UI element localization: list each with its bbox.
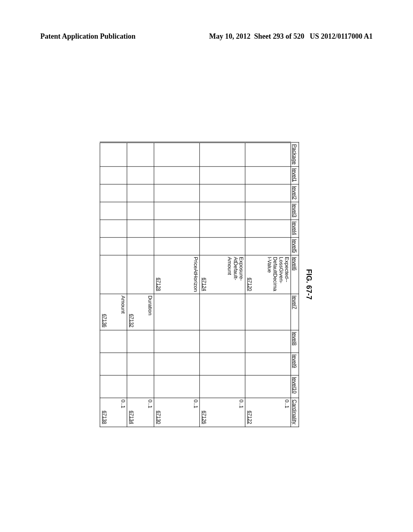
level6-ref: 67128 bbox=[156, 277, 162, 291]
level6-text: Exposure-AtDefault-Amount bbox=[227, 257, 244, 292]
col-level7: level7 bbox=[291, 293, 299, 330]
cell-level7: Duration67132 bbox=[127, 293, 154, 330]
cardinality-text: 0..1 bbox=[120, 399, 126, 425]
cell-level8 bbox=[154, 330, 200, 352]
cell-level4 bbox=[245, 219, 291, 237]
cell-level7 bbox=[245, 293, 291, 330]
cell-cardinality: 0..167122 bbox=[245, 397, 291, 426]
col-level1: level1 bbox=[291, 166, 299, 184]
cell-level6: Expected--LossGiven-DefaultDecimal-Value… bbox=[245, 255, 291, 293]
cell-level5 bbox=[154, 237, 200, 255]
cell-level10 bbox=[154, 375, 200, 397]
cardinality-ref: 67126 bbox=[202, 410, 207, 424]
figure-label: FIG. 67-7 bbox=[305, 141, 313, 427]
cell-level10 bbox=[100, 375, 127, 397]
cell-level1 bbox=[127, 166, 154, 184]
col-level9: level9 bbox=[291, 352, 299, 375]
data-table: Package level1 level2 level3 level4 leve… bbox=[100, 141, 299, 427]
cell-level9 bbox=[100, 352, 127, 375]
cell-level5 bbox=[100, 237, 127, 255]
cell-level8 bbox=[245, 330, 291, 352]
page-header: Patent Application Publication May 10, 2… bbox=[0, 0, 413, 41]
cell-level8 bbox=[200, 330, 245, 352]
cell-level7: Amount67136 bbox=[100, 293, 127, 330]
cell-cardinality: 0..167138 bbox=[100, 397, 127, 426]
level7-text: Amount bbox=[120, 295, 126, 328]
level6-text: Expected--LossGiven-DefaultDecimal-Value bbox=[267, 257, 290, 292]
col-level8: level8 bbox=[291, 330, 299, 352]
cell-package bbox=[245, 142, 291, 166]
col-level2: level2 bbox=[291, 184, 299, 202]
cell-level4 bbox=[127, 219, 154, 237]
cell-level2 bbox=[200, 184, 245, 202]
col-level6: level6 bbox=[291, 255, 299, 293]
cell-level4 bbox=[200, 219, 245, 237]
col-package: Package bbox=[291, 142, 299, 166]
cell-level4 bbox=[100, 219, 127, 237]
cardinality-ref: 67134 bbox=[129, 410, 135, 424]
cell-level9 bbox=[127, 352, 154, 375]
cell-level3 bbox=[245, 202, 291, 219]
level7-ref: 67132 bbox=[129, 314, 135, 327]
level7-text: Duration bbox=[147, 295, 153, 328]
cell-level2 bbox=[154, 184, 200, 202]
cardinality-ref: 67138 bbox=[102, 410, 108, 424]
cell-level3 bbox=[200, 202, 245, 219]
cell-level9 bbox=[154, 352, 200, 375]
cardinality-ref: 67130 bbox=[156, 410, 162, 424]
cell-package bbox=[100, 142, 127, 166]
cell-cardinality: 0..167126 bbox=[200, 397, 245, 426]
cardinality-ref: 67122 bbox=[247, 410, 253, 424]
cell-level1 bbox=[154, 166, 200, 184]
col-level4: level4 bbox=[291, 219, 299, 237]
cell-level3 bbox=[154, 202, 200, 219]
table-row: Duration671320..167134 bbox=[127, 142, 154, 427]
level6-ref: 67120 bbox=[247, 277, 253, 291]
cell-level9 bbox=[200, 352, 245, 375]
figure-area: FIG. 67-7 Package level1 level2 level3 l… bbox=[0, 77, 413, 492]
cell-level4 bbox=[154, 219, 200, 237]
cell-level3 bbox=[100, 202, 127, 219]
col-level3: level3 bbox=[291, 202, 299, 219]
cell-level10 bbox=[245, 375, 291, 397]
cell-level6: PriceAtHorizon67128 bbox=[154, 255, 200, 293]
cell-level1 bbox=[245, 166, 291, 184]
cell-level7 bbox=[154, 293, 200, 330]
cell-level5 bbox=[245, 237, 291, 255]
cardinality-text: 0..1 bbox=[284, 399, 290, 425]
cell-package bbox=[127, 142, 154, 166]
cell-package bbox=[200, 142, 245, 166]
cell-level5 bbox=[200, 237, 245, 255]
table-row: PriceAtHorizon671280..167130 bbox=[154, 142, 200, 427]
cardinality-text: 0..1 bbox=[147, 399, 153, 425]
table-header-row: Package level1 level2 level3 level4 leve… bbox=[291, 142, 299, 427]
level6-text: PriceAtHorizon bbox=[193, 257, 198, 292]
cardinality-text: 0..1 bbox=[193, 399, 198, 425]
table-row: Amount671360..167138 bbox=[100, 142, 127, 427]
cell-level5 bbox=[127, 237, 154, 255]
cardinality-text: 0..1 bbox=[238, 399, 244, 425]
col-level5: level5 bbox=[291, 237, 299, 255]
cell-level1 bbox=[200, 166, 245, 184]
cell-cardinality: 0..167130 bbox=[154, 397, 200, 426]
cell-level2 bbox=[100, 184, 127, 202]
cell-package bbox=[154, 142, 200, 166]
cell-level3 bbox=[127, 202, 154, 219]
cell-level9 bbox=[245, 352, 291, 375]
col-level10: level10 bbox=[291, 375, 299, 397]
pub-meta: May 10, 2012 Sheet 293 of 520 US 2012/01… bbox=[209, 32, 373, 41]
cell-level8 bbox=[127, 330, 154, 352]
cell-level7 bbox=[200, 293, 245, 330]
table-row: Exposure-AtDefault-Amount671240..167126 bbox=[200, 142, 245, 427]
cell-level10 bbox=[127, 375, 154, 397]
pub-type: Patent Application Publication bbox=[40, 32, 136, 41]
cell-level6 bbox=[100, 255, 127, 293]
cell-level6 bbox=[127, 255, 154, 293]
cell-level2 bbox=[127, 184, 154, 202]
col-cardinality: Cardinality bbox=[291, 397, 299, 426]
cell-level10 bbox=[200, 375, 245, 397]
cell-cardinality: 0..167134 bbox=[127, 397, 154, 426]
cell-level2 bbox=[245, 184, 291, 202]
cell-level8 bbox=[100, 330, 127, 352]
table-row: Expected--LossGiven-DefaultDecimal-Value… bbox=[245, 142, 291, 427]
